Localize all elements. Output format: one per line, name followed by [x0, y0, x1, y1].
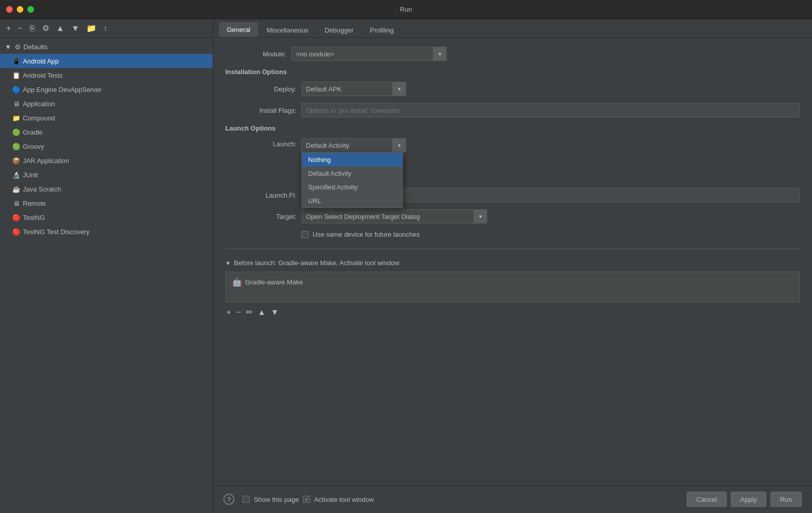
before-launch-edit-button[interactable]: ✏: [245, 306, 254, 318]
same-device-label: Use same device for future launches: [313, 231, 420, 238]
sidebar-item-appengine[interactable]: 🔵 App Engine DevAppServer: [0, 82, 213, 97]
deploy-select-arrow[interactable]: ▾: [393, 82, 406, 96]
application-icon: 🖥: [12, 100, 20, 108]
launch-row: Launch: Default Activity ▾ Nothing Defau…: [235, 138, 800, 152]
sidebar-item-label: Gradle: [23, 129, 43, 136]
copy-config-button[interactable]: ⎘: [28, 23, 37, 34]
sidebar-item-android-tests[interactable]: 📋 Android Tests: [0, 68, 213, 82]
move-up-button[interactable]: ▲: [54, 23, 66, 34]
sidebar-item-label: TestNG: [23, 214, 45, 221]
new-folder-button[interactable]: 📁: [84, 22, 98, 34]
dropdown-item-url[interactable]: URL: [302, 194, 402, 208]
sidebar-item-remote[interactable]: 🖥 Remote: [0, 196, 213, 210]
show-page-checkbox[interactable]: [243, 496, 250, 503]
tab-miscellaneous[interactable]: Miscellaneous: [259, 23, 316, 37]
target-select-container: Open Select Deployment Target Dialog ▾: [301, 209, 487, 223]
collapse-arrow[interactable]: ▼: [225, 260, 231, 266]
testng-discovery-icon: 🔴: [12, 228, 20, 236]
before-launch-remove-button[interactable]: −: [235, 306, 242, 318]
dropdown-item-specified-activity[interactable]: Specified Activity: [302, 180, 402, 194]
before-launch-add-button[interactable]: +: [225, 306, 232, 318]
sidebar-item-label: Android Tests: [23, 72, 63, 79]
sidebar-item-label: JAR Application: [23, 157, 69, 165]
add-config-button[interactable]: +: [4, 23, 13, 34]
testng-icon: 🔴: [12, 213, 20, 221]
launch-value: Default Activity: [306, 142, 349, 149]
move-down-button[interactable]: ▼: [70, 23, 82, 34]
launch-dropdown-menu: Nothing Default Activity Specified Activ…: [301, 152, 403, 208]
install-flags-input[interactable]: [301, 103, 800, 117]
sidebar-item-testng-discovery[interactable]: 🔴 TestNG Test Discovery: [0, 225, 213, 239]
sidebar-item-label: Application: [23, 100, 55, 108]
tab-profiling[interactable]: Profiling: [362, 23, 401, 37]
sidebar-item-label: Compound: [23, 114, 55, 122]
run-button[interactable]: Run: [770, 492, 802, 507]
activate-tool-checkbox[interactable]: [303, 496, 310, 503]
compound-icon: 📁: [12, 114, 20, 122]
apply-button[interactable]: Apply: [731, 492, 767, 507]
tree-root-defaults[interactable]: ▼ ⚙ Defaults: [0, 40, 213, 54]
sidebar-toolbar: + − ⎘ ⚙ ▲ ▼ 📁 ↕: [0, 19, 213, 38]
close-button[interactable]: [6, 6, 13, 13]
sidebar-item-gradle[interactable]: 🟢 Gradle: [0, 125, 213, 139]
sidebar-item-groovy[interactable]: 🟢 Groovy: [0, 139, 213, 153]
right-panel: General Miscellaneous Debugger Profiling…: [213, 19, 812, 513]
before-launch-list: 🤖 Gradle-aware Make: [225, 272, 800, 302]
module-select-arrow[interactable]: ▾: [433, 47, 447, 61]
sidebar-item-label: Groovy: [23, 143, 44, 150]
before-launch-down-button[interactable]: ▼: [270, 306, 280, 318]
module-select[interactable]: <no module>: [291, 47, 433, 61]
sidebar-item-junit[interactable]: 🔬 JUnit: [0, 168, 213, 182]
maximize-button[interactable]: [27, 6, 34, 13]
remove-config-button[interactable]: −: [16, 23, 24, 34]
dropdown-item-nothing[interactable]: Nothing: [302, 153, 402, 167]
minimize-button[interactable]: [17, 6, 23, 13]
deploy-label: Deploy:: [235, 85, 296, 93]
divider: [225, 248, 800, 249]
sort-button[interactable]: ↕: [101, 23, 109, 33]
target-select[interactable]: Open Select Deployment Target Dialog: [301, 209, 474, 223]
settings-button[interactable]: ⚙: [40, 22, 51, 34]
groovy-icon: 🟢: [12, 142, 20, 150]
help-button[interactable]: ?: [223, 494, 234, 505]
main-layout: + − ⎘ ⚙ ▲ ▼ 📁 ↕ ▼ ⚙ Defaults 📱 Android A…: [0, 19, 812, 513]
before-launch-header: ▼ Before launch: Gradle-aware Make, Acti…: [225, 259, 800, 267]
show-page-label: Show this page: [254, 496, 299, 503]
android-app-icon: 📱: [12, 57, 20, 65]
before-launch-up-button[interactable]: ▲: [257, 306, 267, 318]
deploy-row: Deploy: Default APK ▾: [235, 82, 800, 96]
same-device-checkbox[interactable]: [301, 231, 309, 238]
installation-options-label: Installation Options: [225, 68, 800, 76]
expand-icon: ▼: [4, 43, 12, 51]
sidebar-item-java-scratch[interactable]: ☕ Java Scratch: [0, 182, 213, 196]
sidebar-item-label: Java Scratch: [23, 185, 61, 193]
tab-general[interactable]: General: [219, 22, 258, 37]
footer: ? Show this page Activate tool window Ca…: [213, 485, 812, 513]
sidebar-item-jar[interactable]: 📦 JAR Application: [0, 153, 213, 168]
launch-select[interactable]: Default Activity: [301, 138, 393, 152]
target-label: Target:: [235, 213, 296, 220]
defaults-icon: ⚙: [15, 43, 21, 51]
deploy-select[interactable]: Default APK: [301, 82, 393, 96]
sidebar-item-application[interactable]: 🖥 Application: [0, 97, 213, 111]
launch-flags-label: Launch Fl:: [235, 191, 296, 199]
module-value: <no module>: [296, 50, 334, 58]
sidebar-item-android-app[interactable]: 📱 Android App: [0, 54, 213, 68]
sidebar-item-testng[interactable]: 🔴 TestNG: [0, 210, 213, 225]
appengine-icon: 🔵: [12, 85, 20, 93]
footer-right: Cancel Apply Run: [687, 492, 802, 507]
module-select-container: <no module> ▾: [291, 47, 447, 61]
launch-select-arrow[interactable]: ▾: [393, 138, 406, 152]
sidebar-item-compound[interactable]: 📁 Compound: [0, 111, 213, 125]
cancel-button[interactable]: Cancel: [687, 492, 726, 507]
before-launch-toolbar: + − ✏ ▲ ▼: [225, 306, 800, 318]
before-launch-title: Before launch: Gradle-aware Make, Activa…: [234, 259, 399, 267]
tab-debugger[interactable]: Debugger: [317, 23, 361, 37]
same-device-row: Use same device for future launches: [301, 231, 800, 238]
sidebar-item-label: JUnit: [23, 171, 38, 179]
dropdown-item-default-activity[interactable]: Default Activity: [302, 167, 402, 180]
target-row: Target: Open Select Deployment Target Di…: [235, 209, 800, 223]
gradle-make-icon: 🤖: [232, 277, 242, 287]
target-select-arrow[interactable]: ▾: [474, 209, 487, 223]
module-label: Module:: [225, 50, 286, 58]
